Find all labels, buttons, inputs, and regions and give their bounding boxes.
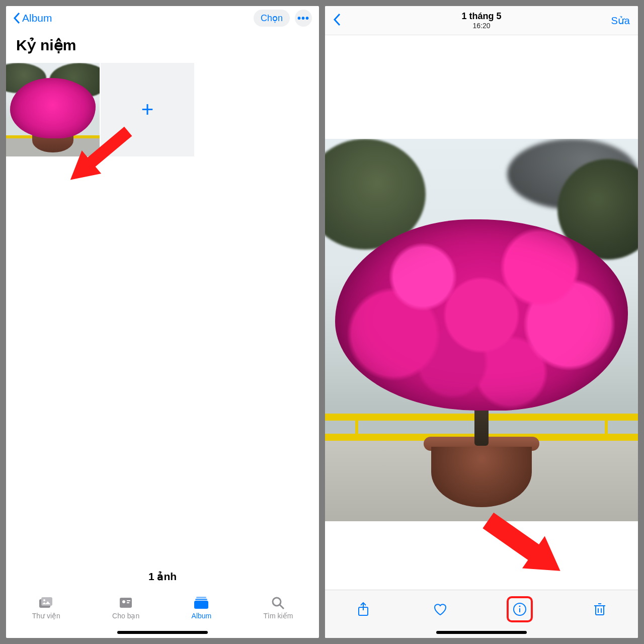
svg-rect-4	[120, 598, 132, 608]
home-indicator[interactable]	[117, 631, 208, 634]
photo-count: 1 ảnh	[6, 571, 319, 592]
svg-rect-7	[127, 602, 129, 603]
svg-rect-10	[194, 601, 208, 609]
album-header: Album Chọn •••	[6, 6, 319, 30]
library-icon	[38, 596, 54, 610]
delete-button[interactable]	[590, 599, 610, 619]
header-actions: Chọn •••	[254, 10, 312, 27]
tab-search[interactable]: Tìm kiếm	[264, 596, 293, 620]
svg-rect-9	[195, 599, 207, 600]
album-title-row: Kỷ niệm	[6, 30, 319, 63]
svg-point-5	[122, 600, 125, 603]
trash-icon	[592, 602, 607, 617]
photo-viewer[interactable]	[325, 35, 638, 590]
tab-label: Thư viện	[32, 612, 60, 620]
back-button[interactable]	[333, 13, 341, 28]
svg-rect-19	[596, 606, 604, 615]
more-button[interactable]: •••	[295, 10, 312, 27]
tab-library[interactable]: Thư viện	[32, 596, 60, 620]
tab-album[interactable]: Album	[192, 596, 212, 620]
album-screen: Album Chọn ••• Kỷ niệm + 1 ảnh	[6, 6, 319, 638]
heart-icon	[433, 602, 448, 617]
photo-content	[325, 139, 638, 521]
tab-label: Tìm kiếm	[264, 612, 293, 620]
search-icon	[270, 596, 286, 610]
select-button[interactable]: Chọn	[254, 10, 290, 27]
tab-for-you[interactable]: Cho bạn	[112, 596, 139, 620]
photo-detail-screen: 1 tháng 5 16:20 Sửa	[325, 6, 638, 638]
svg-rect-2	[41, 597, 52, 606]
photo-date-time: 1 tháng 5 16:20	[461, 11, 501, 30]
favorite-button[interactable]	[430, 599, 450, 619]
ellipsis-icon: •••	[297, 13, 309, 24]
plus-icon: +	[141, 98, 154, 122]
tab-label: Cho bạn	[112, 612, 139, 620]
for-you-icon	[118, 596, 134, 610]
album-icon	[193, 596, 209, 610]
photo-grid: +	[6, 63, 319, 156]
svg-point-3	[43, 599, 45, 601]
svg-rect-6	[127, 600, 130, 601]
chevron-left-icon	[13, 12, 20, 24]
detail-header: 1 tháng 5 16:20 Sửa	[325, 6, 638, 35]
album-title: Kỷ niệm	[16, 36, 309, 54]
svg-point-18	[519, 606, 521, 607]
home-indicator[interactable]	[436, 631, 527, 634]
svg-rect-8	[196, 597, 206, 598]
back-label: Album	[22, 12, 52, 24]
info-button[interactable]	[507, 596, 533, 622]
chevron-left-icon	[333, 13, 341, 26]
info-icon	[512, 602, 527, 617]
edit-button[interactable]: Sửa	[611, 15, 630, 27]
tab-label: Album	[192, 612, 212, 620]
photo-date: 1 tháng 5	[461, 11, 501, 22]
share-icon	[356, 602, 371, 617]
photo-time: 16:20	[461, 22, 501, 30]
svg-point-11	[273, 598, 281, 606]
svg-line-12	[280, 605, 284, 609]
share-button[interactable]	[353, 599, 373, 619]
back-button[interactable]: Album	[13, 12, 52, 24]
